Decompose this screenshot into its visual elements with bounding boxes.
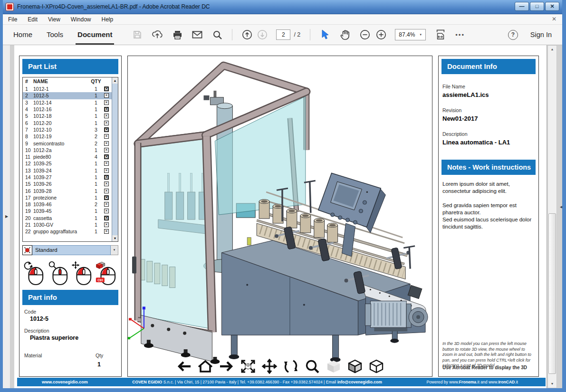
- table-row[interactable]: 5 1012-18 1: [23, 113, 112, 119]
- sign-in-button[interactable]: Sign In: [530, 31, 552, 38]
- ctrl-key-label: Ctrl: [97, 278, 103, 282]
- table-row[interactable]: 9 semicontrasto 2: [23, 140, 112, 146]
- menu-help[interactable]: Help: [96, 15, 119, 24]
- maximize-button[interactable]: □: [530, 2, 544, 11]
- part-list-scrollbar[interactable]: ▲ ▼: [112, 77, 118, 241]
- visibility-checkbox-icon[interactable]: [104, 161, 109, 166]
- table-row[interactable]: 18 1039-46 2: [23, 201, 112, 208]
- menu-file[interactable]: File: [3, 15, 22, 24]
- zoom-icon[interactable]: [304, 359, 320, 374]
- page-total-label: / 2: [294, 31, 300, 38]
- visibility-checkbox-icon[interactable]: [104, 195, 109, 200]
- scroll-up-icon[interactable]: ▲: [112, 77, 118, 84]
- pan-icon[interactable]: [261, 359, 278, 374]
- shaded-cube-icon[interactable]: [347, 359, 363, 374]
- visibility-checkbox-icon[interactable]: [104, 189, 109, 193]
- table-row[interactable]: 20 cassetta 1: [23, 215, 112, 221]
- table-row[interactable]: 7 1012-10 3: [23, 126, 112, 133]
- page-down-icon[interactable]: [257, 29, 268, 40]
- chevron-down-icon[interactable]: ▼: [111, 245, 118, 255]
- table-row[interactable]: 14 1039-27 1: [23, 174, 112, 181]
- expand-left-pane-icon[interactable]: ▶: [3, 212, 10, 221]
- table-row[interactable]: 6 1012-20 1: [23, 119, 112, 126]
- scroll-down-icon[interactable]: ▼: [548, 380, 556, 388]
- collapse-right-pane-icon[interactable]: ◀: [560, 203, 566, 211]
- table-row[interactable]: 16 1039-28 1: [23, 187, 112, 194]
- title-bar[interactable]: Fronema-I-XPro4D-Coven_assiemeLA1-BR.pdf…: [0, 0, 566, 14]
- visibility-checkbox-icon[interactable]: [104, 229, 109, 234]
- visibility-checkbox-icon[interactable]: [104, 175, 109, 180]
- table-row[interactable]: 21 1030-GV 1: [23, 221, 112, 228]
- visibility-checkbox-icon[interactable]: [104, 114, 109, 118]
- wireframe-cube-icon[interactable]: [368, 359, 384, 374]
- print-icon[interactable]: [172, 29, 182, 40]
- tab-tools[interactable]: Tools: [43, 25, 67, 45]
- hand-tool-icon[interactable]: [340, 29, 350, 40]
- table-row[interactable]: 15 1039-26 1: [23, 181, 112, 187]
- zoom-extents-icon[interactable]: [240, 359, 256, 374]
- select-tool-icon[interactable]: [320, 29, 330, 40]
- scrollbar-thumb[interactable]: [548, 213, 556, 374]
- 3d-model-viewport[interactable]: [128, 56, 432, 376]
- table-row[interactable]: 22 gruppo aggraffatura 1: [23, 228, 112, 235]
- table-row[interactable]: 2 1012-5 1: [23, 92, 112, 99]
- minimize-button[interactable]: —: [515, 2, 529, 11]
- visibility-checkbox-icon[interactable]: [104, 209, 109, 213]
- tab-document[interactable]: Document: [74, 25, 116, 45]
- zoom-level-select[interactable]: 87.4% ▼: [395, 29, 426, 40]
- visibility-checkbox-icon[interactable]: [104, 100, 109, 105]
- table-row[interactable]: 17 protezione 1: [23, 194, 112, 201]
- page-up-icon[interactable]: [242, 29, 252, 40]
- description-value: Piastra superiore: [30, 335, 78, 341]
- save-icon[interactable]: [132, 29, 143, 40]
- visibility-checkbox-icon[interactable]: [104, 216, 109, 220]
- visibility-checkbox-icon[interactable]: [104, 86, 109, 91]
- visibility-checkbox-icon[interactable]: [104, 182, 109, 186]
- back-icon[interactable]: [176, 359, 192, 374]
- visibility-checkbox-icon[interactable]: [104, 127, 109, 132]
- scroll-down-icon[interactable]: ▼: [112, 235, 118, 241]
- zoom-in-icon[interactable]: [376, 29, 386, 40]
- visibility-checkbox-icon[interactable]: [104, 148, 109, 153]
- close-button[interactable]: ✕: [545, 2, 559, 11]
- table-row[interactable]: 3 1012-14 1: [23, 99, 112, 106]
- menu-view[interactable]: View: [43, 15, 66, 24]
- zoom-out-icon[interactable]: [360, 29, 370, 40]
- fit-width-icon[interactable]: [435, 29, 446, 40]
- search-icon[interactable]: [212, 29, 222, 40]
- table-row[interactable]: 13 1039-24 1: [23, 167, 112, 174]
- home-icon[interactable]: [197, 359, 213, 374]
- hint-bold-text: Use Acrobat Reader to display the 3D: [442, 365, 536, 370]
- table-row[interactable]: 4 1012-16 1: [23, 106, 112, 113]
- vertical-scrollbar[interactable]: ▲ ▼: [547, 45, 557, 388]
- visibility-checkbox-icon[interactable]: [104, 107, 109, 112]
- table-row[interactable]: 12 1039-25 1: [23, 160, 112, 167]
- visibility-checkbox-icon[interactable]: [104, 121, 109, 125]
- rotate-icon[interactable]: [283, 359, 299, 374]
- upload-icon[interactable]: [152, 29, 163, 40]
- table-row[interactable]: 11 piede80 4: [23, 153, 112, 160]
- menu-window[interactable]: Window: [66, 15, 96, 24]
- scroll-up-icon[interactable]: ▲: [548, 46, 556, 53]
- table-row[interactable]: 1 1012-1 1: [23, 86, 112, 92]
- visibility-checkbox-icon[interactable]: [104, 154, 109, 159]
- menu-edit[interactable]: Edit: [22, 15, 43, 24]
- visibility-checkbox-icon[interactable]: [104, 202, 109, 207]
- visibility-checkbox-icon[interactable]: [104, 141, 109, 146]
- tab-home[interactable]: Home: [10, 25, 36, 45]
- table-row[interactable]: 8 1012-19 2: [23, 133, 112, 140]
- more-tools-icon[interactable]: •••: [455, 31, 465, 38]
- forward-icon[interactable]: [219, 359, 235, 374]
- table-row[interactable]: 10 1012-2a 1: [23, 147, 112, 153]
- visibility-checkbox-icon[interactable]: [104, 168, 109, 173]
- view-mode-select[interactable]: Standard ▼: [22, 245, 118, 255]
- help-icon[interactable]: ?: [508, 30, 518, 40]
- visibility-checkbox-icon[interactable]: [104, 93, 109, 98]
- close-pane-icon[interactable]: ✕: [550, 16, 558, 22]
- visibility-checkbox-icon[interactable]: [104, 134, 109, 139]
- page-number-input[interactable]: [276, 29, 290, 40]
- table-row[interactable]: 19 1039-45 1: [23, 208, 112, 214]
- solid-cube-icon[interactable]: [326, 359, 342, 374]
- email-icon[interactable]: [192, 29, 202, 40]
- visibility-checkbox-icon[interactable]: [104, 222, 109, 227]
